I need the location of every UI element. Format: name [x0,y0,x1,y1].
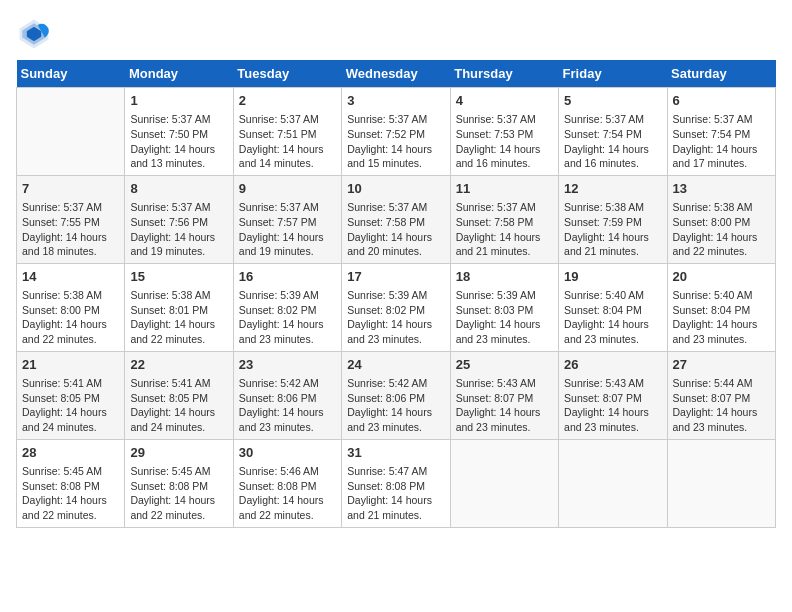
calendar-week-3: 14Sunrise: 5:38 AMSunset: 8:00 PMDayligh… [17,263,776,351]
day-info: Sunrise: 5:37 AMSunset: 7:55 PMDaylight:… [22,200,119,259]
day-info: Sunrise: 5:38 AMSunset: 8:01 PMDaylight:… [130,288,227,347]
day-header-sunday: Sunday [17,60,125,88]
day-number: 22 [130,356,227,374]
day-info: Sunrise: 5:46 AMSunset: 8:08 PMDaylight:… [239,464,336,523]
day-number: 23 [239,356,336,374]
day-header-monday: Monday [125,60,233,88]
calendar-cell: 28Sunrise: 5:45 AMSunset: 8:08 PMDayligh… [17,439,125,527]
calendar-cell: 4Sunrise: 5:37 AMSunset: 7:53 PMDaylight… [450,88,558,176]
day-info: Sunrise: 5:45 AMSunset: 8:08 PMDaylight:… [130,464,227,523]
calendar-cell: 20Sunrise: 5:40 AMSunset: 8:04 PMDayligh… [667,263,775,351]
day-header-tuesday: Tuesday [233,60,341,88]
day-number: 13 [673,180,770,198]
calendar-cell: 15Sunrise: 5:38 AMSunset: 8:01 PMDayligh… [125,263,233,351]
calendar-cell: 12Sunrise: 5:38 AMSunset: 7:59 PMDayligh… [559,175,667,263]
day-number: 26 [564,356,661,374]
day-number: 16 [239,268,336,286]
calendar-cell: 14Sunrise: 5:38 AMSunset: 8:00 PMDayligh… [17,263,125,351]
calendar-cell: 13Sunrise: 5:38 AMSunset: 8:00 PMDayligh… [667,175,775,263]
calendar-cell: 31Sunrise: 5:47 AMSunset: 8:08 PMDayligh… [342,439,450,527]
day-number: 28 [22,444,119,462]
calendar-cell: 8Sunrise: 5:37 AMSunset: 7:56 PMDaylight… [125,175,233,263]
calendar-cell: 24Sunrise: 5:42 AMSunset: 8:06 PMDayligh… [342,351,450,439]
calendar-cell: 22Sunrise: 5:41 AMSunset: 8:05 PMDayligh… [125,351,233,439]
calendar-cell [17,88,125,176]
calendar-table: SundayMondayTuesdayWednesdayThursdayFrid… [16,60,776,528]
day-info: Sunrise: 5:39 AMSunset: 8:02 PMDaylight:… [239,288,336,347]
day-number: 24 [347,356,444,374]
day-info: Sunrise: 5:38 AMSunset: 8:00 PMDaylight:… [673,200,770,259]
day-info: Sunrise: 5:38 AMSunset: 7:59 PMDaylight:… [564,200,661,259]
day-info: Sunrise: 5:37 AMSunset: 7:52 PMDaylight:… [347,112,444,171]
logo-icon [16,16,52,52]
day-header-thursday: Thursday [450,60,558,88]
calendar-cell [450,439,558,527]
day-info: Sunrise: 5:39 AMSunset: 8:02 PMDaylight:… [347,288,444,347]
day-info: Sunrise: 5:37 AMSunset: 7:58 PMDaylight:… [347,200,444,259]
day-number: 3 [347,92,444,110]
day-number: 30 [239,444,336,462]
day-number: 4 [456,92,553,110]
day-info: Sunrise: 5:39 AMSunset: 8:03 PMDaylight:… [456,288,553,347]
calendar-cell: 5Sunrise: 5:37 AMSunset: 7:54 PMDaylight… [559,88,667,176]
calendar-cell: 26Sunrise: 5:43 AMSunset: 8:07 PMDayligh… [559,351,667,439]
day-info: Sunrise: 5:37 AMSunset: 7:50 PMDaylight:… [130,112,227,171]
day-number: 1 [130,92,227,110]
calendar-cell [667,439,775,527]
calendar-cell: 2Sunrise: 5:37 AMSunset: 7:51 PMDaylight… [233,88,341,176]
calendar-week-1: 1Sunrise: 5:37 AMSunset: 7:50 PMDaylight… [17,88,776,176]
day-number: 7 [22,180,119,198]
logo [16,16,58,52]
day-info: Sunrise: 5:37 AMSunset: 7:54 PMDaylight:… [673,112,770,171]
calendar-cell: 21Sunrise: 5:41 AMSunset: 8:05 PMDayligh… [17,351,125,439]
day-info: Sunrise: 5:38 AMSunset: 8:00 PMDaylight:… [22,288,119,347]
calendar-cell: 25Sunrise: 5:43 AMSunset: 8:07 PMDayligh… [450,351,558,439]
calendar-cell: 9Sunrise: 5:37 AMSunset: 7:57 PMDaylight… [233,175,341,263]
day-info: Sunrise: 5:37 AMSunset: 7:56 PMDaylight:… [130,200,227,259]
day-number: 21 [22,356,119,374]
day-number: 29 [130,444,227,462]
day-number: 19 [564,268,661,286]
day-number: 8 [130,180,227,198]
day-number: 6 [673,92,770,110]
day-info: Sunrise: 5:37 AMSunset: 7:58 PMDaylight:… [456,200,553,259]
calendar-cell: 10Sunrise: 5:37 AMSunset: 7:58 PMDayligh… [342,175,450,263]
calendar-week-2: 7Sunrise: 5:37 AMSunset: 7:55 PMDaylight… [17,175,776,263]
page-header [16,16,776,52]
day-number: 14 [22,268,119,286]
day-number: 15 [130,268,227,286]
day-info: Sunrise: 5:44 AMSunset: 8:07 PMDaylight:… [673,376,770,435]
calendar-week-4: 21Sunrise: 5:41 AMSunset: 8:05 PMDayligh… [17,351,776,439]
day-info: Sunrise: 5:40 AMSunset: 8:04 PMDaylight:… [673,288,770,347]
calendar-cell: 30Sunrise: 5:46 AMSunset: 8:08 PMDayligh… [233,439,341,527]
calendar-cell: 16Sunrise: 5:39 AMSunset: 8:02 PMDayligh… [233,263,341,351]
calendar-cell: 6Sunrise: 5:37 AMSunset: 7:54 PMDaylight… [667,88,775,176]
calendar-cell: 18Sunrise: 5:39 AMSunset: 8:03 PMDayligh… [450,263,558,351]
calendar-cell: 3Sunrise: 5:37 AMSunset: 7:52 PMDaylight… [342,88,450,176]
day-info: Sunrise: 5:37 AMSunset: 7:54 PMDaylight:… [564,112,661,171]
day-info: Sunrise: 5:45 AMSunset: 8:08 PMDaylight:… [22,464,119,523]
day-number: 5 [564,92,661,110]
day-info: Sunrise: 5:41 AMSunset: 8:05 PMDaylight:… [22,376,119,435]
day-number: 10 [347,180,444,198]
day-number: 9 [239,180,336,198]
day-number: 17 [347,268,444,286]
calendar-cell: 17Sunrise: 5:39 AMSunset: 8:02 PMDayligh… [342,263,450,351]
calendar-cell: 11Sunrise: 5:37 AMSunset: 7:58 PMDayligh… [450,175,558,263]
day-header-wednesday: Wednesday [342,60,450,88]
day-header-friday: Friday [559,60,667,88]
day-info: Sunrise: 5:42 AMSunset: 8:06 PMDaylight:… [239,376,336,435]
day-number: 2 [239,92,336,110]
day-info: Sunrise: 5:43 AMSunset: 8:07 PMDaylight:… [564,376,661,435]
calendar-cell: 23Sunrise: 5:42 AMSunset: 8:06 PMDayligh… [233,351,341,439]
calendar-cell: 27Sunrise: 5:44 AMSunset: 8:07 PMDayligh… [667,351,775,439]
day-number: 25 [456,356,553,374]
calendar-header-row: SundayMondayTuesdayWednesdayThursdayFrid… [17,60,776,88]
day-info: Sunrise: 5:41 AMSunset: 8:05 PMDaylight:… [130,376,227,435]
day-number: 11 [456,180,553,198]
day-number: 18 [456,268,553,286]
calendar-week-5: 28Sunrise: 5:45 AMSunset: 8:08 PMDayligh… [17,439,776,527]
calendar-cell [559,439,667,527]
calendar-cell: 19Sunrise: 5:40 AMSunset: 8:04 PMDayligh… [559,263,667,351]
day-header-saturday: Saturday [667,60,775,88]
